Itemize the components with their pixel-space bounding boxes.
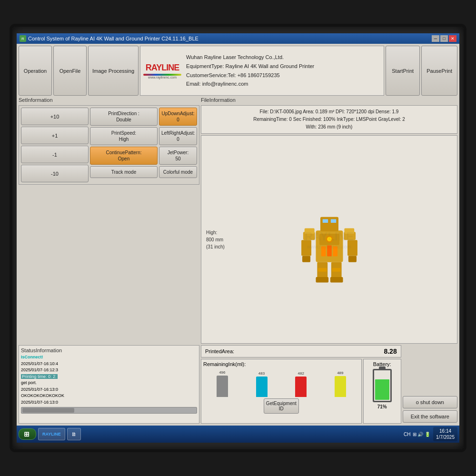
ink-bar-m: 482	[282, 371, 320, 397]
status-log: IsConnect! 2025/01/07-16:10:4 2025/01/07…	[21, 354, 197, 406]
print-direction-button[interactable]: PrintDirection :Double	[90, 108, 158, 126]
minus10-button[interactable]: -10	[21, 165, 89, 182]
log-line-4: 2025/01/07-16:12:3	[21, 367, 197, 374]
continue-pattern-button[interactable]: ContinuePattern:Open	[90, 147, 158, 165]
svg-rect-17	[304, 228, 314, 234]
settings-grid: PrintDirection :Double PrintSpeed:High C…	[21, 108, 197, 182]
height-label: High: 800 mm (31 inch)	[206, 229, 225, 250]
maximize-button[interactable]: □	[440, 35, 448, 42]
colorful-mode-button[interactable]: Colorful mode	[159, 166, 197, 178]
log-scrollbar-row	[21, 407, 197, 414]
log-line-3: 2025/01/07-16:10:4	[21, 361, 197, 367]
open-file-button[interactable]: OpenFile	[53, 46, 87, 96]
log-line-9: 2025/01/07-16:13:0	[21, 399, 197, 406]
svg-rect-18	[344, 228, 354, 234]
get-equipment-id-button[interactable]: GetEquipmentID	[264, 398, 299, 414]
company-info: Wuhan Rayline Laser Technology Co.,Ltd. …	[186, 53, 381, 89]
log-line-1: IsConnect!	[21, 354, 197, 361]
customer-service: CustomerService:Tel: +86 18607159235	[186, 71, 381, 80]
ink-levels: 496 483 482	[203, 368, 359, 397]
log-scrollbar[interactable]	[21, 407, 197, 414]
ink-bar-y: 489	[321, 371, 359, 397]
clock: 16:14 1/7/2025	[433, 427, 457, 441]
up-down-adjust-button[interactable]: UpDownAdjust:0	[159, 108, 197, 126]
print-speed-button[interactable]: PrintSpeed:High	[90, 127, 158, 145]
rayline-logo: RAYLINE	[146, 63, 179, 73]
svg-rect-21	[321, 247, 326, 257]
company-panel: RAYLINE www.raylinenc.com Wuhan Rayline …	[140, 46, 384, 96]
start-print-button[interactable]: StartPrint	[386, 46, 420, 96]
action-buttons: Operation OpenFile Image Processing	[19, 46, 139, 96]
middle-section: SetInformation PrintDirection :Double Pr…	[19, 97, 457, 344]
exit-button[interactable]: Exit the software	[403, 410, 457, 423]
adjust-col: +10 +1 -1 -10	[21, 108, 89, 182]
pause-print-button[interactable]: PausePrint	[421, 46, 457, 96]
left-right-adjust-button[interactable]: LeftRightAdjust:0	[159, 127, 197, 145]
file-info-box: File: D:\KT-0006.jpg Area: 0.189 m² DPI:…	[201, 105, 457, 134]
top-section: Operation OpenFile Image Processing RAYL…	[19, 46, 457, 96]
shutdown-button[interactable]: o shut down	[403, 396, 457, 408]
svg-rect-19	[318, 268, 327, 272]
svg-rect-20	[332, 268, 340, 272]
lang-indicator: CH	[404, 432, 410, 437]
window-title: Control System of Rayline AI 4K Wall and…	[28, 36, 198, 41]
height-value: 800 mm	[206, 236, 225, 243]
printed-area-label: PrintedArea:	[205, 348, 234, 354]
track-mode-button[interactable]: Track mode	[90, 166, 158, 178]
svg-rect-11	[347, 240, 357, 256]
file-info-label: FileInformation	[201, 97, 457, 103]
battery-percent: 71%	[377, 404, 387, 409]
set-info-box: PrintDirection :Double PrintSpeed:High C…	[19, 105, 199, 185]
minus1-button[interactable]: -1	[21, 146, 89, 163]
jet-power-button[interactable]: JetPower:50	[159, 147, 197, 165]
rayline-sub: www.raylinenc.com	[148, 76, 177, 79]
file-info-panel: FileInformation File: D:\KT-0006.jpg Are…	[201, 97, 457, 344]
shutdown-exit-area: o shut down Exit the software	[403, 345, 457, 424]
svg-rect-12	[348, 256, 356, 262]
taskbar-right: CH ⊞ 🔊 🔋 16:14 1/7/2025	[404, 427, 457, 441]
ink-battery-row: RemainingInk(ml): 496 483	[201, 359, 401, 424]
status-panel: StatusInformation IsConnect! 2025/01/07-…	[19, 345, 199, 424]
svg-point-6	[327, 237, 332, 242]
start-button[interactable]: ⊞	[19, 428, 36, 440]
battery-fill	[375, 379, 389, 400]
svg-rect-1	[320, 217, 338, 231]
close-button[interactable]: ✕	[449, 35, 456, 42]
system-tray: CH ⊞ 🔊 🔋	[404, 432, 430, 437]
ink-bar-k: 496	[203, 370, 241, 397]
image-preview: High: 800 mm (31 inch)	[201, 135, 457, 344]
battery-icon	[373, 369, 392, 402]
height-inch: (31 inch)	[206, 243, 225, 250]
plus1-button[interactable]: +1	[21, 127, 89, 144]
image-processing-button[interactable]: Image Processing	[88, 46, 139, 96]
ink-bar-c: 483	[243, 371, 281, 397]
status-info-label: StatusInformation	[21, 347, 197, 353]
height-label-text: High:	[206, 229, 225, 236]
taskbar-app-2[interactable]: 🗎	[67, 428, 81, 440]
ink-bar-y-fill	[335, 376, 346, 397]
svg-rect-15	[316, 277, 328, 282]
ink-num-c: 483	[258, 371, 265, 376]
app-body: Operation OpenFile Image Processing RAYL…	[17, 44, 459, 426]
title-controls: ─ □ ✕	[432, 35, 456, 42]
file-line1: File: D:\KT-0006.jpg Area: 0.189 m² DPI:…	[204, 108, 455, 116]
operation-button[interactable]: Operation	[19, 46, 52, 96]
taskbar-app-1[interactable]: RAYLINE	[38, 428, 65, 440]
svg-rect-9	[302, 256, 310, 262]
company-name: Wuhan Rayline Laser Technology Co.,Ltd.	[186, 53, 381, 62]
ink-bar-c-fill	[256, 377, 268, 397]
ink-bar-m-fill	[295, 377, 307, 397]
taskbar: ⊞ RAYLINE 🗎 CH ⊞ 🔊 🔋 16:14 1/7/2025	[17, 426, 459, 443]
file-line3: With: 236 mm (9 inch)	[204, 123, 455, 131]
minimize-button[interactable]: ─	[432, 35, 439, 42]
transformer-image	[282, 197, 377, 282]
svg-rect-3	[330, 219, 336, 223]
left-panel: SetInformation PrintDirection :Double Pr…	[19, 97, 199, 344]
printed-area-value: 8.28	[384, 347, 397, 355]
log-scroll[interactable]: IsConnect! 2025/01/07-16:10:4 2025/01/07…	[21, 354, 197, 406]
title-bar: R Control System of Rayline AI 4K Wall a…	[17, 33, 459, 44]
ink-panel: RemainingInk(ml): 496 483	[201, 359, 362, 424]
svg-rect-8	[301, 240, 311, 256]
plus10-button[interactable]: +10	[21, 108, 89, 125]
battery-panel: Battery: 71%	[363, 359, 401, 424]
